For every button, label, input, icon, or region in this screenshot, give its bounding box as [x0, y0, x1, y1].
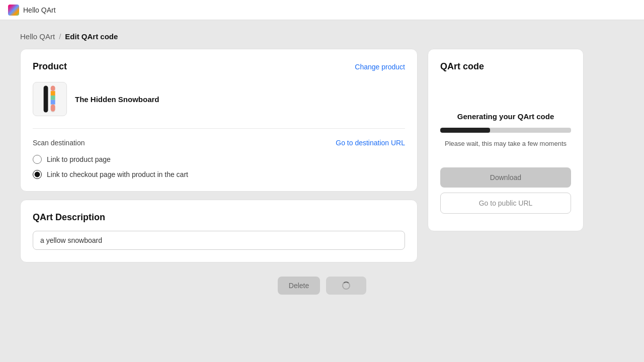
product-card-title: Product — [33, 61, 67, 72]
svg-rect-5 — [51, 100, 55, 105]
generating-text: Generating your QArt code — [440, 112, 571, 121]
description-card: QArt Description — [20, 200, 418, 262]
svg-rect-2 — [51, 86, 55, 92]
qart-code-title: QArt code — [440, 61, 571, 72]
app-title: Hello QArt — [23, 6, 56, 14]
product-card-header: Product Change product — [33, 61, 405, 72]
radio-item-product-page[interactable]: Link to product page — [33, 155, 405, 164]
breadcrumb-home[interactable]: Hello QArt — [20, 32, 55, 41]
description-card-title: QArt Description — [33, 212, 405, 223]
download-button[interactable]: Download — [440, 167, 571, 188]
description-input[interactable] — [33, 231, 405, 250]
scan-destination-label: Scan destination — [33, 139, 85, 147]
app-icon — [8, 5, 19, 16]
product-divider — [33, 128, 405, 129]
change-product-button[interactable]: Change product — [355, 63, 405, 71]
svg-rect-6 — [51, 105, 55, 112]
goto-destination-url-link[interactable]: Go to destination URL — [336, 139, 405, 147]
qart-code-card: QArt code Generating your QArt code Plea… — [428, 49, 584, 231]
svg-rect-0 — [44, 86, 48, 113]
main-layout: Product Change product — [0, 49, 604, 262]
svg-rect-4 — [51, 96, 55, 100]
topbar: Hello QArt — [0, 0, 644, 20]
scan-header: Scan destination Go to destination URL — [33, 139, 405, 147]
product-card: Product Change product — [20, 49, 418, 192]
delete-button[interactable]: Delete — [278, 277, 320, 295]
save-button[interactable] — [326, 277, 366, 295]
radio-link-product-page[interactable] — [33, 155, 42, 164]
left-column: Product Change product — [20, 49, 418, 262]
product-name: The Hidden Snowboard — [75, 95, 159, 104]
product-row: The Hidden Snowboard — [33, 82, 405, 116]
product-image — [33, 82, 67, 116]
scan-destination-options: Link to product page Link to checkout pa… — [33, 155, 405, 179]
radio-link-checkout-page[interactable] — [33, 170, 42, 179]
radio-label-checkout-page[interactable]: Link to checkout page with product in th… — [47, 170, 188, 178]
bottom-actions: Delete — [0, 262, 644, 309]
breadcrumb-current: Edit QArt code — [65, 32, 118, 41]
right-column: QArt code Generating your QArt code Plea… — [428, 49, 584, 262]
breadcrumb-separator: / — [59, 32, 61, 41]
breadcrumb: Hello QArt / Edit QArt code — [0, 20, 644, 49]
progress-bar-fill — [440, 128, 490, 133]
radio-item-checkout-page[interactable]: Link to checkout page with product in th… — [33, 170, 405, 179]
progress-bar-container — [440, 128, 571, 133]
wait-text: Please wait, this may take a few moments — [440, 140, 571, 147]
svg-rect-3 — [51, 91, 55, 96]
loading-spinner — [342, 282, 350, 290]
snowboard-icon — [40, 84, 60, 114]
radio-label-product-page[interactable]: Link to product page — [47, 155, 111, 163]
public-url-button[interactable]: Go to public URL — [440, 193, 571, 214]
